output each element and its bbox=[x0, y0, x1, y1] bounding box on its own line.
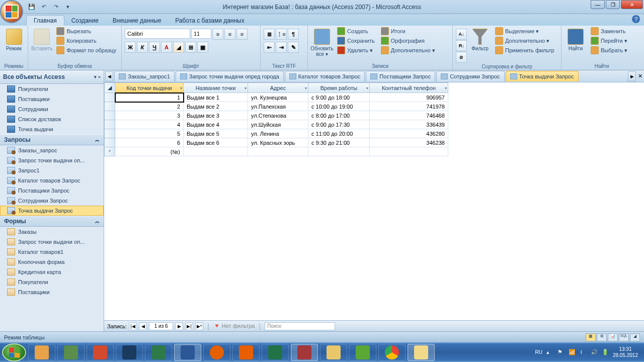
cell[interactable]: ул. Ленина bbox=[248, 129, 308, 138]
cut-button[interactable]: Вырезать bbox=[54, 27, 118, 36]
cell[interactable]: Выдам все 3 bbox=[184, 111, 248, 120]
bluetooth-icon[interactable]: ᚼ bbox=[580, 349, 587, 356]
doc-tab[interactable]: Сотрудники Запрос bbox=[436, 71, 504, 81]
nav-header[interactable]: Все объекты Access ▾ « bbox=[0, 70, 104, 84]
dropdown-icon[interactable]: ▾ bbox=[445, 85, 447, 90]
toggle-filter-button[interactable]: Применить фильтр bbox=[493, 46, 556, 55]
italic-button[interactable]: К bbox=[137, 42, 148, 53]
cell[interactable]: ул. Кузнецова bbox=[248, 93, 308, 102]
nav-item-query[interactable]: Запрос точки выдачи оп... bbox=[0, 155, 104, 165]
row-selector[interactable] bbox=[105, 120, 115, 129]
clear-sort-button[interactable]: ⊘ bbox=[456, 52, 467, 63]
fill-color-button[interactable]: ◢ bbox=[173, 42, 184, 53]
data-row[interactable]: 6Выдам все 6ул. Красных зорьс 9:30 до 21… bbox=[105, 138, 448, 147]
doc-tab[interactable]: Поставщики Запрос bbox=[366, 71, 435, 81]
cell[interactable]: с 9:00 до 17:30 bbox=[308, 120, 370, 129]
cell[interactable]: Выдам все 5 bbox=[184, 129, 248, 138]
goto-button[interactable]: Перейти ▾ bbox=[589, 36, 629, 45]
advanced-filter-button[interactable]: Дополнительно ▾ bbox=[493, 36, 556, 45]
column-header[interactable]: Контактный телефон▾ bbox=[370, 83, 448, 93]
select-all-cell[interactable]: ◢ bbox=[105, 83, 115, 93]
row-selector[interactable] bbox=[105, 111, 115, 120]
nav-item-query[interactable]: Точка выдачи Запрос bbox=[0, 206, 104, 216]
nav-item-form[interactable]: Каталог товаров1 bbox=[0, 247, 104, 257]
increase-indent-button[interactable]: ⇥ bbox=[276, 42, 287, 53]
cell[interactable]: с 9:30 до 21:00 bbox=[308, 138, 370, 147]
taskbar-app[interactable] bbox=[320, 344, 347, 361]
nav-item-table[interactable]: Точка выдачи bbox=[0, 124, 104, 134]
taskbar-app[interactable] bbox=[116, 344, 143, 361]
record-position-input[interactable] bbox=[149, 322, 173, 330]
cell[interactable] bbox=[184, 147, 248, 156]
cell[interactable]: 2 bbox=[115, 102, 184, 111]
paste-button[interactable]: Вставить bbox=[31, 27, 52, 51]
refresh-all-button[interactable]: Обновить все ▾ bbox=[311, 27, 333, 57]
taskbar-app-access[interactable] bbox=[291, 344, 318, 361]
help-icon[interactable]: ? bbox=[632, 15, 640, 23]
gridlines-button[interactable]: ⊞ bbox=[185, 42, 196, 53]
cell[interactable]: 436280 bbox=[370, 129, 448, 138]
data-row[interactable]: 3Выдам все 3ул.Степановас 8:00 до 17:007… bbox=[105, 111, 448, 120]
battery-icon[interactable]: 🔋 bbox=[602, 349, 609, 356]
replace-button[interactable]: Заменить bbox=[589, 27, 629, 36]
cell[interactable]: с 10:00 до 19:00 bbox=[308, 102, 370, 111]
cell[interactable]: 746468 bbox=[370, 111, 448, 120]
nav-item-form[interactable]: Покупатели bbox=[0, 277, 104, 287]
doc-tab[interactable]: Заказы_запрос1 bbox=[114, 71, 175, 81]
sql-view-button[interactable]: SQL bbox=[619, 333, 629, 341]
nav-item-form[interactable]: Запрос точки выдачи оп... bbox=[0, 237, 104, 247]
taskbar-app[interactable] bbox=[145, 344, 172, 361]
dropdown-icon[interactable]: ▾ bbox=[245, 85, 247, 90]
datasheet-grid[interactable]: ◢Код точки выдачи▾Название точки▾Адрес▾В… bbox=[104, 82, 644, 320]
taskbar-app-explorer[interactable] bbox=[408, 344, 435, 361]
font-size-combo[interactable] bbox=[191, 29, 211, 39]
data-row[interactable]: 5Выдам все 5ул. Ленинас 11:00 до 20:0043… bbox=[105, 129, 448, 138]
datasheet-view-button[interactable]: ▦ bbox=[586, 333, 596, 341]
tab-scroll-right[interactable]: ▶ bbox=[628, 71, 636, 81]
tray-arrow-icon[interactable]: ▴ bbox=[546, 349, 553, 356]
nav-item-table[interactable]: Покупатели bbox=[0, 84, 104, 94]
sort-desc-button[interactable]: Я↓ bbox=[456, 40, 467, 51]
cell[interactable] bbox=[370, 147, 448, 156]
numbering-button[interactable]: ⋮≡ bbox=[276, 29, 287, 40]
align-left-button[interactable]: ≡ bbox=[212, 29, 223, 40]
cell[interactable]: 6 bbox=[115, 138, 184, 147]
nav-item-table[interactable]: Сотрудники bbox=[0, 104, 104, 114]
cell[interactable]: Выдам все 4 bbox=[184, 120, 248, 129]
dropdown-icon[interactable]: ▾ bbox=[305, 85, 307, 90]
doc-tab[interactable]: Запрос точки выдачи опред города bbox=[176, 71, 284, 81]
cell[interactable]: Выдам все 2 bbox=[184, 102, 248, 111]
nav-item-form[interactable]: Кредитная карта bbox=[0, 267, 104, 277]
cell[interactable]: Выдам все 1 bbox=[184, 93, 248, 102]
taskbar-app-chrome[interactable] bbox=[378, 344, 406, 361]
dropdown-icon[interactable]: ▾ bbox=[180, 85, 182, 90]
cell[interactable]: ул.Палехская bbox=[248, 102, 308, 111]
next-record-button[interactable]: ▶ bbox=[175, 322, 183, 330]
select-button[interactable]: Выбрать ▾ bbox=[589, 46, 629, 55]
view-mode-button[interactable]: Режим bbox=[3, 27, 25, 51]
cell[interactable]: 1 bbox=[115, 93, 184, 102]
find-button[interactable]: Найти bbox=[565, 27, 587, 51]
sort-asc-button[interactable]: А↓ bbox=[456, 29, 467, 40]
new-row[interactable]: *(№) bbox=[105, 147, 448, 156]
last-record-button[interactable]: ▶| bbox=[185, 322, 193, 330]
bullets-button[interactable]: ≣ bbox=[264, 29, 275, 40]
cell[interactable]: с 9:00 до 18:00 bbox=[308, 93, 370, 102]
ribbon-tab-dbtools[interactable]: Работа с базами данных bbox=[168, 16, 251, 26]
row-selector[interactable] bbox=[105, 138, 115, 147]
ribbon-tab-external[interactable]: Внешние данные bbox=[106, 16, 169, 26]
flag-icon[interactable]: ⚑ bbox=[557, 349, 565, 356]
save-record-button[interactable]: Сохранить bbox=[335, 36, 377, 45]
pivottable-view-button[interactable]: ⊞ bbox=[597, 333, 607, 341]
minimize-button[interactable]: — bbox=[591, 0, 605, 9]
language-indicator[interactable]: RU bbox=[535, 349, 542, 355]
cell[interactable]: ул.Степанова bbox=[248, 111, 308, 120]
cell[interactable] bbox=[308, 147, 370, 156]
cell[interactable]: с 8:00 до 17:00 bbox=[308, 111, 370, 120]
row-selector[interactable] bbox=[105, 102, 115, 111]
office-button[interactable] bbox=[0, 0, 23, 23]
first-record-button[interactable]: |◀ bbox=[129, 322, 137, 330]
nav-item-query[interactable]: Запрос1 bbox=[0, 165, 104, 175]
text-dir-button[interactable]: ¶ bbox=[288, 29, 299, 40]
selection-filter-button[interactable]: Выделение ▾ bbox=[493, 27, 556, 36]
